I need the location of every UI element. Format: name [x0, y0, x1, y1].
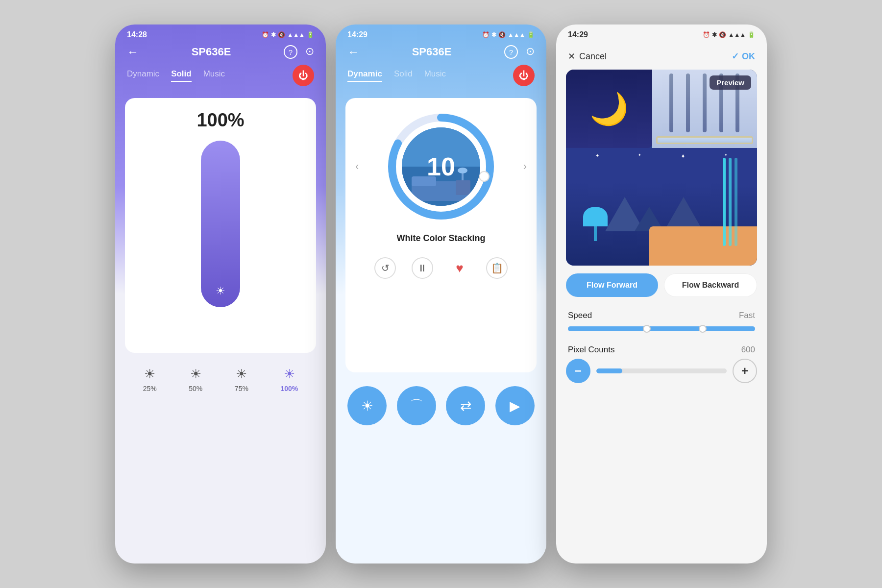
- pixel-minus-button[interactable]: −: [566, 359, 590, 383]
- arc-ctrl-btn[interactable]: ⌒: [397, 386, 436, 425]
- brightness-slider[interactable]: ☀: [201, 141, 240, 307]
- svg-point-9: [458, 168, 467, 173]
- minus-icon: −: [575, 364, 582, 378]
- preset-sun-75: ☀: [236, 367, 247, 382]
- tab-solid-1[interactable]: Solid: [171, 69, 192, 82]
- settings-icon-1[interactable]: ⊙: [305, 45, 314, 59]
- speed-slider-container[interactable]: [556, 322, 767, 339]
- preview-badge: Preview: [710, 75, 751, 90]
- speed-thumb-2[interactable]: [699, 325, 707, 333]
- brightness-percent: 100%: [196, 110, 244, 131]
- loop-icon[interactable]: ↺: [374, 257, 396, 279]
- tabs-2: Dynamic Solid Music: [347, 69, 446, 82]
- tab-solid-2[interactable]: Solid: [394, 69, 413, 82]
- time-3: 14:29: [568, 30, 588, 39]
- flow-backward-button[interactable]: Flow Backward: [664, 273, 757, 297]
- pixel-plus-button[interactable]: +: [733, 359, 757, 383]
- preset-label-25: 25%: [143, 385, 157, 392]
- cyan-strips: [723, 158, 737, 246]
- preset-25[interactable]: ☀ 25%: [143, 367, 157, 392]
- carousel-area: ‹: [355, 113, 527, 220]
- header-icons-1: ? ⊙: [284, 45, 314, 59]
- power-button-2[interactable]: ⏻: [513, 65, 535, 86]
- prev-arrow[interactable]: ‹: [355, 160, 359, 173]
- direction-buttons: Flow Forward Flow Backward: [556, 266, 767, 305]
- pixel-value: 600: [741, 345, 755, 355]
- back-icon-1[interactable]: ←: [127, 45, 139, 59]
- preset-75[interactable]: ☀ 75%: [235, 367, 248, 392]
- settings-icon-2[interactable]: ⊙: [526, 45, 535, 59]
- pixel-fill: [596, 368, 622, 373]
- preset-sun-25: ☀: [144, 367, 155, 382]
- preset-sun-100: ☀: [284, 367, 295, 382]
- tab-dynamic-2[interactable]: Dynamic: [347, 69, 382, 82]
- effect-name: White Color Stacking: [396, 233, 485, 244]
- dynamic-card: ‹: [345, 98, 537, 372]
- swap-ctrl-icon: ⇄: [460, 398, 471, 414]
- status-bar-1: 14:28 ⏰ ✱ 🔇 ▲▲▲ 🔋: [115, 24, 326, 43]
- lamp-stem: [594, 226, 597, 241]
- cancel-icon: ✕: [568, 51, 575, 62]
- plus-icon: +: [741, 364, 748, 378]
- lamp-head: [583, 207, 608, 226]
- preset-50[interactable]: ☀ 50%: [189, 367, 202, 392]
- help-icon-1[interactable]: ?: [284, 45, 297, 59]
- moon-icon: 🌙: [589, 91, 629, 127]
- window-frame: [656, 136, 754, 144]
- power-icon-1: ⏻: [298, 70, 308, 81]
- brightness-sun-icon: ☀: [216, 285, 225, 297]
- tab-music-1[interactable]: Music: [203, 69, 225, 82]
- ok-button[interactable]: ✓ OK: [732, 51, 755, 62]
- tabs-row-2: Dynamic Solid Music ⏻: [336, 65, 546, 92]
- preset-label-100: 100%: [280, 385, 298, 392]
- arc-ctrl-icon: ⌒: [410, 396, 423, 415]
- header-2: ← SP636E ? ⊙: [336, 43, 546, 65]
- curtain-strip-1: [669, 74, 673, 132]
- pixel-row: − +: [556, 357, 767, 391]
- heart-icon[interactable]: ♥: [449, 257, 470, 279]
- tabs-1: Dynamic Solid Music: [127, 69, 225, 82]
- header-1: ← SP636E ? ⊙: [115, 43, 326, 65]
- speed-slider-track[interactable]: [568, 326, 755, 331]
- timer-number: 10: [427, 152, 455, 181]
- bed: [649, 226, 757, 266]
- swap-ctrl-btn[interactable]: ⇄: [446, 386, 485, 425]
- speed-label: Speed: [568, 311, 592, 320]
- pixel-track[interactable]: [596, 368, 727, 373]
- time-1: 14:28: [127, 30, 147, 39]
- status-icons-3: ⏰ ✱ 🔇 ▲▲▲ 🔋: [703, 31, 755, 38]
- preset-sun-50: ☀: [190, 367, 201, 382]
- brightness-presets: ☀ 25% ☀ 50% ☀ 75% ☀ 100%: [115, 359, 326, 400]
- header-title-1: SP636E: [192, 46, 231, 58]
- play-ctrl-btn[interactable]: ▶: [495, 386, 535, 425]
- power-icon-2: ⏻: [519, 70, 529, 81]
- status-bar-3: 14:29 ⏰ ✱ 🔇 ▲▲▲ 🔋: [556, 24, 767, 43]
- power-button-1[interactable]: ⏻: [293, 65, 314, 86]
- preset-label-75: 75%: [235, 385, 248, 392]
- flow-forward-button[interactable]: Flow Forward: [566, 273, 658, 297]
- pause-icon[interactable]: ⏸: [412, 257, 433, 279]
- ok-icon: ✓: [732, 51, 739, 62]
- tab-dynamic-1[interactable]: Dynamic: [127, 69, 159, 82]
- back-icon-2[interactable]: ←: [347, 45, 359, 59]
- pixel-label: Pixel Counts: [568, 345, 614, 355]
- playlist-icon[interactable]: 📋: [486, 257, 508, 279]
- preset-100[interactable]: ☀ 100%: [280, 367, 298, 392]
- preview-bottom-section: ✦ ✦ ✦ ✦: [566, 148, 757, 266]
- cancel-button[interactable]: ✕ Cancel: [568, 51, 607, 62]
- status-icons-2: ⏰ ✱ 🔇 ▲▲▲ 🔋: [482, 31, 535, 38]
- header-title-2: SP636E: [412, 46, 452, 58]
- play-ctrl-icon: ▶: [510, 398, 520, 414]
- help-icon-2[interactable]: ?: [504, 45, 518, 59]
- brightness-ctrl-btn[interactable]: ☀: [347, 386, 387, 425]
- status-bar-2: 14:29 ⏰ ✱ 🔇 ▲▲▲ 🔋: [336, 24, 546, 43]
- tab-music-2[interactable]: Music: [424, 69, 446, 82]
- speed-setting-row: Speed Fast: [556, 305, 767, 322]
- phone-2: 14:29 ⏰ ✱ 🔇 ▲▲▲ 🔋 ← SP636E ? ⊙ Dynamic S…: [336, 24, 546, 564]
- p3-header: ✕ Cancel ✓ OK: [556, 43, 767, 70]
- header-icons-2: ? ⊙: [504, 45, 535, 59]
- next-arrow[interactable]: ›: [523, 160, 527, 173]
- speed-thumb-1[interactable]: [643, 325, 651, 333]
- tabs-row-1: Dynamic Solid Music ⏻: [115, 65, 326, 92]
- moon-panel: 🌙: [566, 70, 652, 148]
